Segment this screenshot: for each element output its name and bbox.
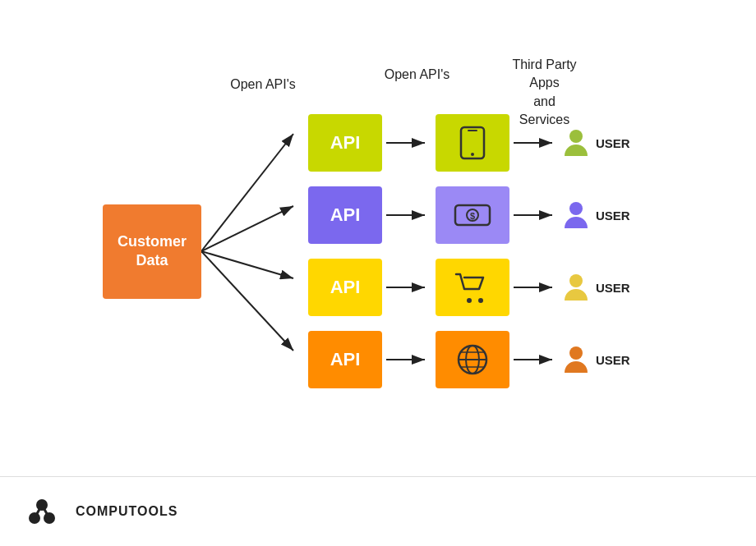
user-label-2: USER [596, 209, 630, 223]
footer-brand-label: COMPUTOOLS [76, 504, 177, 519]
user-4: USER [563, 345, 653, 374]
arrow-4b [509, 351, 563, 368]
arrow-3b [509, 279, 563, 296]
rows-area: API [308, 114, 653, 388]
api-box-orange: API [308, 331, 382, 388]
svg-point-20 [569, 202, 583, 215]
user-label-1: USER [596, 136, 630, 150]
svg-point-24 [478, 298, 483, 303]
svg-point-8 [471, 153, 474, 156]
api-label-orange: API [330, 349, 361, 370]
footer: COMPUTOOLS [0, 476, 756, 546]
arrow-4 [382, 351, 436, 368]
service-box-cart [436, 259, 509, 316]
arrow-3 [382, 279, 436, 296]
row-4: API [308, 331, 653, 388]
arrow-1 [382, 135, 436, 151]
service-box-globe [436, 331, 509, 388]
svg-line-3 [201, 251, 293, 278]
fan-arrows [201, 103, 308, 399]
svg-text:$: $ [470, 211, 475, 221]
svg-point-37 [569, 346, 583, 360]
arrow-2b [509, 207, 563, 223]
svg-point-23 [467, 298, 472, 303]
api-label-yellow: API [330, 277, 361, 298]
svg-line-1 [201, 134, 293, 251]
user-1: USER [563, 128, 653, 158]
user-3: USER [563, 273, 653, 302]
customer-data-label: CustomerData [118, 232, 187, 271]
service-box-money: $ [436, 186, 509, 244]
row-2: API $ [308, 186, 653, 244]
api-label-green: API [330, 132, 361, 154]
svg-line-2 [201, 206, 293, 251]
api-label-purple: API [330, 204, 361, 226]
row-1: API [308, 114, 653, 172]
customer-data-box: CustomerData [103, 204, 201, 299]
arrow-2 [382, 207, 436, 223]
svg-point-27 [569, 274, 583, 287]
main-diagram-area: Open API's CustomerData [0, 0, 756, 476]
header-open-apis: Open API's [226, 77, 300, 92]
service-box-mobile [436, 114, 509, 172]
svg-point-12 [569, 130, 583, 143]
arrow-1b [509, 135, 563, 151]
svg-line-4 [201, 251, 293, 351]
row-3: API [308, 259, 653, 316]
computools-logo-icon [25, 495, 64, 528]
footer-logo: COMPUTOOLS [25, 495, 177, 528]
api-box-yellow: API [308, 259, 382, 316]
user-label-3: USER [596, 281, 630, 295]
user-label-4: USER [596, 353, 630, 367]
api-box-purple: API [308, 186, 382, 244]
api-box-green: API [308, 114, 382, 172]
user-2: USER [563, 200, 653, 230]
